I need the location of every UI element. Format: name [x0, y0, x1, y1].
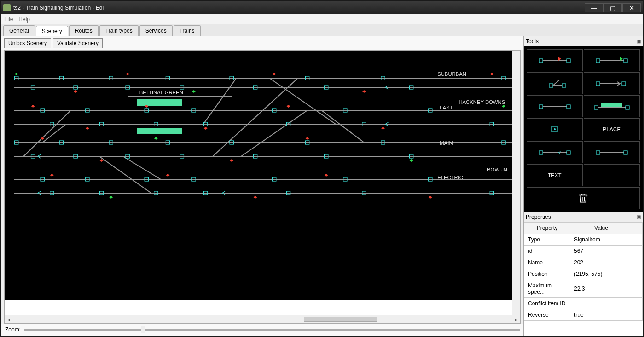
close-button[interactable]: ✕ [622, 3, 641, 12]
svg-rect-112 [624, 59, 627, 63]
svg-marker-63 [381, 127, 385, 130]
tab-bar: General Scenery Routes Train types Servi… [1, 24, 643, 36]
svg-marker-44 [31, 105, 35, 108]
svg-marker-69 [154, 137, 158, 140]
zoom-slider-thumb[interactable] [141, 326, 145, 333]
tool-delete[interactable] [527, 187, 640, 209]
svg-marker-60 [204, 127, 208, 130]
label-main: MAIN [440, 140, 453, 146]
maximize-button[interactable]: ▢ [603, 3, 622, 12]
prop-val[interactable]: (2195, 575) [570, 268, 632, 280]
tool-track2[interactable] [584, 141, 640, 163]
tab-services[interactable]: Services [139, 25, 173, 36]
validate-scenery-button[interactable]: Validate Scenery [53, 38, 103, 48]
svg-line-16 [213, 78, 298, 156]
prop-header-key[interactable]: Property [524, 223, 570, 234]
label-suburban: SUBURBAN [437, 71, 466, 77]
prop-key: Reverse [524, 309, 570, 321]
prop-key: Conflict item ID [524, 298, 570, 309]
label-hackney-downs: HACKNEY DOWNS [458, 99, 505, 105]
tool-signal-red[interactable] [527, 49, 583, 71]
svg-point-129 [554, 128, 556, 130]
zoom-label: Zoom: [5, 326, 21, 333]
label-bethnal-green: BETHNAL GREEN [139, 90, 183, 95]
svg-marker-73 [306, 137, 309, 140]
svg-marker-36 [74, 90, 77, 93]
tool-signal-green[interactable] [584, 49, 640, 71]
scenery-canvas[interactable]: BETHNAL GREEN SUBURBAN HACKNEY DOWNS FAS… [4, 50, 521, 324]
undock-icon-2[interactable]: ▣ [637, 214, 641, 219]
zoom-slider[interactable] [24, 325, 520, 334]
svg-marker-81 [230, 159, 233, 162]
menu-help[interactable]: Help [18, 16, 30, 23]
svg-line-14 [123, 156, 161, 179]
tool-text[interactable]: TEXT [527, 164, 583, 186]
tab-scenery[interactable]: Scenery [36, 26, 68, 36]
tool-junction[interactable] [527, 72, 583, 94]
prop-val[interactable]: 202 [570, 257, 632, 268]
svg-rect-125 [601, 103, 622, 107]
unlock-scenery-button[interactable]: Unlock Scenery [4, 38, 51, 48]
svg-marker-101 [253, 196, 257, 199]
prop-key: id [524, 246, 570, 257]
svg-rect-117 [562, 84, 566, 87]
window-title: ts2 - Train Signalling Simulation - Edi [13, 5, 585, 11]
prop-val[interactable] [570, 298, 632, 309]
tab-general[interactable]: General [3, 25, 35, 36]
svg-line-17 [241, 110, 307, 156]
titlebar: ts2 - Train Signalling Simulation - Edi … [1, 1, 643, 14]
prop-val[interactable]: 22,3 [570, 280, 632, 298]
properties-title: Properties [526, 214, 551, 220]
svg-rect-120 [622, 82, 626, 86]
svg-rect-20 [137, 99, 182, 106]
tool-dir-left[interactable] [527, 141, 583, 163]
properties-table: PropertyValue TypeSignalItem id567 Name2… [524, 222, 643, 336]
canvas-scrollbar-vertical[interactable] [512, 51, 520, 315]
tab-trains[interactable]: Trains [174, 25, 201, 36]
svg-marker-109 [558, 57, 561, 61]
app-icon [3, 4, 11, 11]
prop-header-val[interactable]: Value [570, 223, 632, 234]
svg-marker-85 [410, 159, 413, 162]
tool-point[interactable] [527, 118, 583, 140]
tools-panel-header: Tools ▣ [524, 36, 643, 46]
prop-key: Name [524, 257, 570, 268]
tool-empty [584, 164, 640, 186]
svg-marker-90 [166, 174, 169, 177]
label-bow-jn: BOW JN [487, 167, 507, 172]
prop-val[interactable]: 567 [570, 246, 632, 257]
canvas-scrollbar-horizontal[interactable]: ◂ ▸ [5, 315, 520, 323]
svg-marker-26 [126, 73, 129, 75]
svg-marker-54 [502, 105, 505, 108]
svg-marker-39 [192, 90, 196, 93]
prop-val[interactable]: true [570, 309, 632, 321]
svg-marker-87 [50, 174, 54, 177]
prop-key: Type [524, 234, 570, 246]
scroll-right-arrow-icon[interactable]: ▸ [512, 315, 520, 323]
svg-line-15 [203, 78, 237, 124]
label-fast: FAST [440, 105, 453, 110]
tool-platform[interactable] [584, 95, 640, 117]
tab-routes[interactable]: Routes [69, 25, 99, 36]
svg-line-11 [23, 110, 71, 156]
tools-grid: PLACE TEXT [524, 46, 643, 212]
scroll-left-arrow-icon[interactable]: ◂ [5, 315, 12, 323]
svg-marker-32 [490, 73, 493, 75]
svg-rect-135 [624, 151, 627, 154]
svg-rect-123 [567, 105, 570, 109]
tab-train-types[interactable]: Train types [99, 25, 139, 36]
svg-marker-104 [429, 196, 432, 199]
tool-place[interactable]: PLACE [584, 118, 640, 140]
menu-file[interactable]: File [4, 16, 13, 23]
tool-end-arrow[interactable] [584, 72, 640, 94]
prop-key: Maximum spee... [524, 280, 570, 298]
undock-icon[interactable]: ▣ [637, 39, 641, 44]
label-electric: ELECTRIC [437, 175, 463, 180]
svg-rect-124 [594, 106, 598, 109]
scroll-thumb[interactable] [304, 317, 377, 322]
tool-track[interactable] [527, 95, 583, 117]
svg-marker-113 [620, 57, 623, 61]
minimize-button[interactable]: — [585, 3, 603, 12]
menubar: File Help [1, 14, 643, 24]
prop-val[interactable]: SignalItem [570, 234, 632, 246]
